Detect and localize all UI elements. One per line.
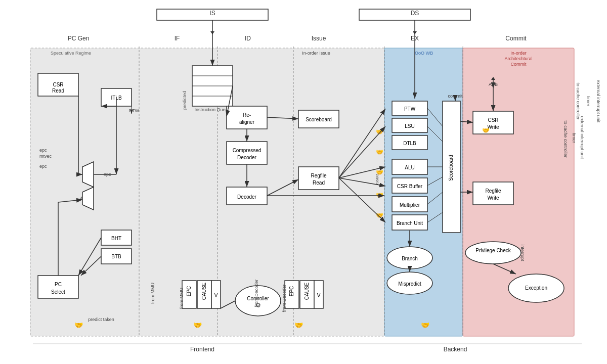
from-mmu-label: from MMU — [150, 283, 155, 304]
csr-read-text2: Read — [52, 88, 64, 94]
realigner-text2: aligner — [239, 119, 255, 125]
handshake-icon-1: 🤝 — [74, 321, 83, 330]
predicted-label: predicted — [182, 91, 187, 110]
handshake-icon-10: 🤝 — [482, 126, 490, 134]
ext-int-label: external interrupt unit — [596, 80, 601, 123]
lsu-text: LSU — [405, 123, 414, 129]
ptw-label: PTW — [129, 108, 140, 113]
privilege-check-text: Privilege Check — [475, 248, 511, 253]
v-text-2: V — [317, 293, 321, 298]
btb-text: BTB — [111, 254, 121, 259]
to-cache-label: to cache controller — [576, 82, 581, 120]
handshake-icon-6: 🤝 — [376, 148, 383, 156]
dtlb-text: DTLB — [403, 141, 416, 146]
timer-label: timer — [586, 96, 591, 106]
csr-write-text: CSR — [488, 117, 498, 123]
epc-text-2: EPC — [289, 286, 294, 297]
is-bus-label: IS — [209, 10, 215, 17]
instr-queue-label: Instruction Queue — [194, 107, 230, 112]
interrupt-label: interrupt — [520, 244, 525, 261]
epc-label: epc — [39, 164, 47, 169]
handshake-icon-8: 🤝 — [376, 191, 383, 199]
epc-mtvec-label: epc — [39, 148, 47, 153]
csr-read-text: CSR — [53, 82, 63, 87]
exception-text: Exception — [525, 285, 547, 291]
if-label: IF — [175, 35, 180, 42]
bht-text: BHT — [111, 236, 121, 241]
svg-text:Commit: Commit — [511, 62, 527, 67]
realigner-text: Re- — [243, 112, 251, 118]
from-decoder-label: from Decoder — [254, 280, 259, 307]
from-mmu-text: from MMU — [179, 288, 184, 309]
regfile-write-text: Regfile — [485, 188, 501, 194]
epc-text-1: EPC — [186, 286, 192, 297]
branch-text: Branch — [402, 256, 418, 261]
side-label-cache: to cache controller — [563, 120, 568, 158]
speculative-label: Speculative Regime — [51, 51, 91, 56]
handshake-icon-7: 🤝 — [376, 168, 383, 176]
pc-select-text2: Select — [51, 289, 65, 295]
compressed-decoder-text2: Decoder — [237, 155, 256, 160]
pc-select-text: PC — [55, 282, 62, 287]
regfile-write-text2: Write — [487, 195, 499, 201]
side-label-extint: external interrupt unit — [580, 116, 585, 159]
commit-label: In-order — [510, 51, 527, 56]
side-label-timer: timer — [572, 133, 577, 143]
compressed-decoder-text: Compressed — [233, 148, 262, 153]
csr-buffer-text: CSR Buffer — [397, 184, 423, 189]
branch-unit-text: Branch Unit — [397, 220, 423, 226]
mispredict-text: Mispredict — [398, 281, 421, 287]
commit-stage-label: Commit — [505, 35, 527, 42]
cause-text-2: CAUSE — [304, 282, 310, 300]
regfile-read-text2: Read — [313, 180, 325, 186]
commit-arrow-label: commit — [448, 94, 463, 99]
alu-text: ALU — [405, 165, 414, 170]
scoreboard-ex-text: Scoreboard — [448, 155, 454, 181]
pc-gen-label: PC Gen — [68, 35, 90, 42]
regfile-read-text: Regfile — [311, 173, 327, 178]
in-order-issue-label: In-order Issue — [302, 51, 330, 56]
frontend-label: Frontend — [190, 346, 214, 353]
id-label: ID — [245, 35, 251, 42]
svg-text:Architechtural: Architechtural — [504, 56, 532, 61]
handshake-icon-3: 🤝 — [294, 321, 304, 330]
scoreboard-issue-text: Scoreboard — [306, 117, 332, 122]
from-decoder-text: from Decoder — [282, 285, 287, 312]
cause-text-1: CAUSE — [201, 282, 207, 300]
mtvec-label: mtvec — [39, 154, 52, 159]
handshake-icon-4: 🤝 — [421, 321, 430, 330]
multiplier-text: Multiplier — [400, 202, 420, 208]
handshake-icon-9: 🤝 — [376, 211, 383, 219]
ooo-wb-label: OoO WB — [415, 51, 433, 56]
ptw-text: PTW — [404, 106, 416, 112]
ds-bus-label: DS — [411, 10, 419, 17]
backend-label: Backend — [444, 346, 467, 353]
decoder-text: Decoder — [237, 194, 256, 200]
handshake-icon-2: 🤝 — [193, 321, 202, 330]
v-text-1: V — [214, 293, 218, 298]
handshake-icon-5: 🤝 — [376, 128, 383, 135]
issue-label: Issue — [312, 35, 326, 42]
diagram-container: Speculative Regime OoO WB In-order Archi… — [0, 0, 607, 364]
predict-taken-label: predict taken — [88, 317, 114, 322]
